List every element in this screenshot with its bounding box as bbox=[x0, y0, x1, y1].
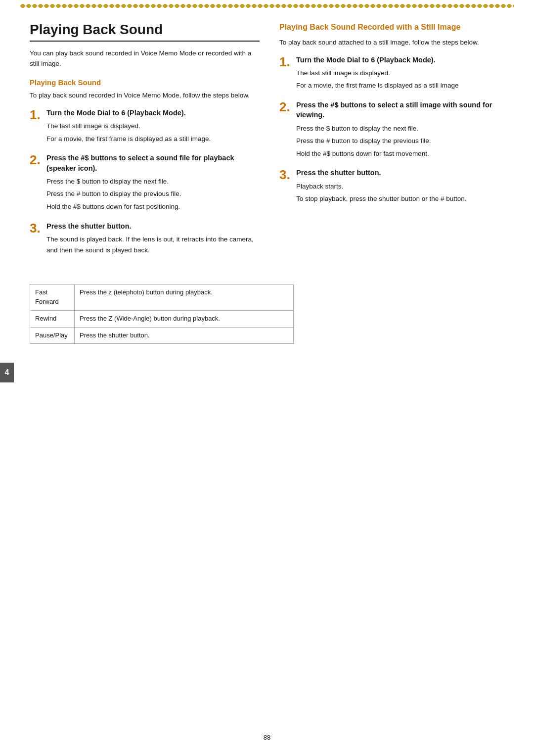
right-step-2-content: Press the #$ buttons to select a still i… bbox=[296, 100, 509, 161]
left-step-2-body: Press the $ button to display the next f… bbox=[46, 176, 260, 212]
top-border bbox=[0, 0, 534, 12]
page-number-tab: 4 bbox=[0, 363, 14, 382]
table-section: Fast Forward Press the z (telephoto) but… bbox=[0, 284, 534, 359]
right-step-2-line-3: Hold the #$ buttons down for fast moveme… bbox=[296, 148, 509, 159]
right-step-2-number: 2. bbox=[279, 100, 291, 114]
left-step-1-line-1: The last still image is displayed. bbox=[46, 121, 260, 132]
left-step-2: 2. Press the #$ buttons to select a soun… bbox=[30, 153, 260, 214]
left-step-1-content: Turn the Mode Dial to 6 (Playback Mode).… bbox=[46, 108, 260, 146]
table-row-2-desc: Press the Z (Wide-Angle) button during p… bbox=[75, 310, 294, 327]
right-step-3-content: Press the shutter button. Playback start… bbox=[296, 168, 509, 206]
left-section-heading: Playing Back Sound bbox=[30, 78, 260, 87]
right-step-3-number: 3. bbox=[279, 168, 291, 182]
table-row-1-label: Fast Forward bbox=[30, 284, 75, 311]
left-step-3-title: Press the shutter button. bbox=[46, 221, 260, 231]
left-step-2-content: Press the #$ buttons to select a sound f… bbox=[46, 153, 260, 214]
heading-underline bbox=[30, 41, 260, 42]
right-column: Playing Back Sound Recorded with a Still… bbox=[279, 22, 509, 264]
right-step-1-body: The last still image is displayed. For a… bbox=[296, 68, 509, 91]
page-footer: 88 bbox=[264, 734, 270, 741]
right-step-1-line-1: The last still image is displayed. bbox=[296, 68, 509, 79]
left-step-1: 1. Turn the Mode Dial to 6 (Playback Mod… bbox=[30, 108, 260, 146]
left-step-3-body: The sound is played back. If the lens is… bbox=[46, 234, 260, 255]
left-step-3: 3. Press the shutter button. The sound i… bbox=[30, 221, 260, 257]
left-step-3-line-1: The sound is played back. If the lens is… bbox=[46, 234, 260, 255]
diamond-pattern bbox=[20, 4, 514, 8]
table-row-1-desc: Press the z (telephoto) button during pl… bbox=[75, 284, 294, 311]
left-step-2-line-3: Hold the #$ buttons down for fast positi… bbox=[46, 201, 260, 212]
left-step-1-title: Turn the Mode Dial to 6 (Playback Mode). bbox=[46, 108, 260, 118]
right-step-2-title: Press the #$ buttons to select a still i… bbox=[296, 100, 509, 120]
right-step-1-content: Turn the Mode Dial to 6 (Playback Mode).… bbox=[296, 55, 509, 93]
left-step-1-body: The last still image is displayed. For a… bbox=[46, 121, 260, 144]
left-step-2-line-1: Press the $ button to display the next f… bbox=[46, 176, 260, 187]
right-step-1-title: Turn the Mode Dial to 6 (Playback Mode). bbox=[296, 55, 509, 65]
table-row-3-label: Pause/Play bbox=[30, 327, 75, 344]
left-step-2-title: Press the #$ buttons to select a sound f… bbox=[46, 153, 260, 173]
left-step-2-number: 2. bbox=[30, 153, 42, 167]
intro-text: You can play back sound recorded in Voic… bbox=[30, 48, 260, 69]
right-step-1-line-2: For a movie, the first frame is displaye… bbox=[296, 80, 509, 91]
left-step-3-content: Press the shutter button. The sound is p… bbox=[46, 221, 260, 257]
table-row-1: Fast Forward Press the z (telephoto) but… bbox=[30, 284, 294, 311]
left-step-2-line-2: Press the # button to display the previo… bbox=[46, 189, 260, 199]
right-step-2: 2. Press the #$ buttons to select a stil… bbox=[279, 100, 509, 161]
table-row-3-desc: Press the shutter button. bbox=[75, 327, 294, 344]
table-row-2: Rewind Press the Z (Wide-Angle) button d… bbox=[30, 310, 294, 327]
right-step-3-body: Playback starts. To stop playback, press… bbox=[296, 181, 509, 204]
left-step-1-number: 1. bbox=[30, 108, 42, 122]
table-row-2-label: Rewind bbox=[30, 310, 75, 327]
right-step-3: 3. Press the shutter button. Playback st… bbox=[279, 168, 509, 206]
right-section-intro: To play back sound attached to a still i… bbox=[279, 38, 509, 48]
right-section-heading: Playing Back Sound Recorded with a Still… bbox=[279, 22, 509, 33]
left-section-intro: To play back sound recorded in Voice Mem… bbox=[30, 91, 260, 101]
page-container: 4 Playing Back Sound You can play back s… bbox=[0, 0, 534, 756]
right-step-2-line-1: Press the $ button to display the next f… bbox=[296, 123, 509, 134]
right-step-2-line-2: Press the # button to display the previo… bbox=[296, 136, 509, 146]
right-step-1: 1. Turn the Mode Dial to 6 (Playback Mod… bbox=[279, 55, 509, 93]
info-table: Fast Forward Press the z (telephoto) but… bbox=[30, 284, 294, 344]
right-step-3-line-1: Playback starts. bbox=[296, 181, 509, 192]
content-wrapper: Playing Back Sound You can play back sou… bbox=[0, 12, 534, 274]
right-step-1-number: 1. bbox=[279, 55, 291, 69]
left-column: Playing Back Sound You can play back sou… bbox=[30, 22, 260, 264]
right-step-2-body: Press the $ button to display the next f… bbox=[296, 123, 509, 159]
main-heading: Playing Back Sound bbox=[30, 22, 260, 38]
right-step-3-line-2: To stop playback, press the shutter butt… bbox=[296, 193, 509, 204]
table-row-3: Pause/Play Press the shutter button. bbox=[30, 327, 294, 344]
left-step-1-line-2: For a movie, the first frame is displaye… bbox=[46, 134, 260, 144]
right-step-3-title: Press the shutter button. bbox=[296, 168, 509, 178]
left-step-3-number: 3. bbox=[30, 221, 42, 236]
